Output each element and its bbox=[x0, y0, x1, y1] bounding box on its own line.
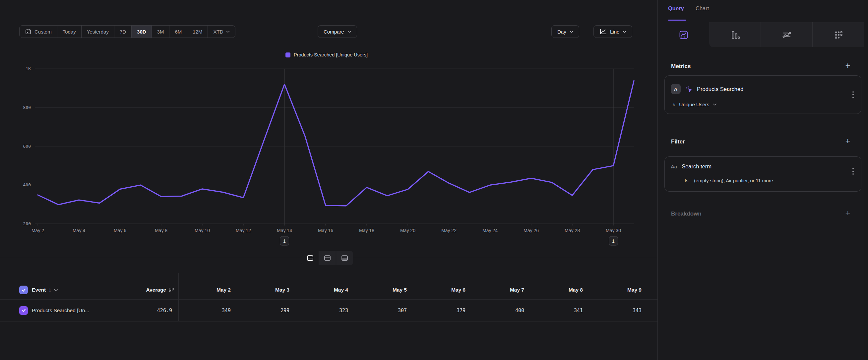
average-column-header[interactable]: Average bbox=[146, 287, 166, 293]
date-column-header[interactable]: May 9 bbox=[591, 281, 650, 299]
kebab-menu-icon[interactable] bbox=[852, 168, 854, 175]
tab-flows[interactable] bbox=[761, 22, 812, 47]
granularity-button[interactable]: Day bbox=[551, 25, 579, 38]
line-chart-icon bbox=[599, 29, 607, 35]
date-column-header[interactable]: May 6 bbox=[415, 281, 474, 299]
x-axis-tick: May 28 bbox=[565, 228, 580, 233]
x-axis-tick: May 14 bbox=[277, 228, 292, 233]
chevron-down-icon bbox=[54, 289, 58, 291]
x-axis-tick: May 30 bbox=[606, 228, 621, 233]
x-axis-tick: May 4 bbox=[72, 228, 85, 233]
tab-insights[interactable] bbox=[658, 22, 709, 47]
y-axis-tick: 800 bbox=[23, 105, 31, 110]
chart-legend: Products Searched [Unique Users] bbox=[0, 52, 653, 57]
line-chart[interactable]: 1K800600400200May 2May 4May 6May 8May 10… bbox=[0, 63, 653, 254]
compare-label: Compare bbox=[323, 29, 344, 34]
x-axis-tick: May 18 bbox=[359, 228, 374, 233]
date-column-header[interactable]: May 7 bbox=[474, 281, 533, 299]
filter-card[interactable]: Aa Search term Is (empty string), Air pu… bbox=[664, 157, 861, 192]
metric-name[interactable]: Products Searched bbox=[697, 86, 743, 92]
date-column-header[interactable]: May 3 bbox=[239, 281, 298, 299]
range-button-12m[interactable]: 12M bbox=[187, 26, 208, 37]
check-icon bbox=[21, 308, 26, 313]
table-only-view-button[interactable] bbox=[336, 251, 353, 265]
x-axis-tick: May 22 bbox=[441, 228, 457, 233]
tab-retention[interactable] bbox=[812, 22, 864, 47]
x-axis-tick: May 6 bbox=[114, 228, 126, 233]
event-column-header[interactable]: Event 1 bbox=[32, 287, 58, 293]
chart-type-label: Line bbox=[610, 29, 619, 34]
main-area: CustomTodayYesterday7D30D3M6M12MXTD Comp… bbox=[0, 0, 657, 360]
granularity-label: Day bbox=[557, 29, 566, 34]
metric-letter-badge: A bbox=[671, 84, 681, 94]
table-row: Products Searched [Un... 426.9 349299323… bbox=[0, 299, 657, 322]
cell-value: 299 bbox=[239, 300, 298, 321]
range-button-6m[interactable]: 6M bbox=[169, 26, 187, 37]
event-count: 1 bbox=[49, 287, 51, 293]
split-view-button[interactable] bbox=[301, 251, 319, 265]
kebab-menu-icon[interactable] bbox=[852, 91, 854, 98]
date-column-header[interactable]: May 8 bbox=[533, 281, 591, 299]
funnel-tab-icon bbox=[730, 30, 740, 40]
annotation-badge-label: 1 bbox=[612, 239, 615, 244]
sort-icon[interactable] bbox=[168, 287, 174, 293]
chevron-down-icon bbox=[623, 31, 626, 33]
filter-property-name[interactable]: Search term bbox=[682, 163, 712, 170]
metric-card[interactable]: A Products Searched # Unique Users bbox=[664, 75, 861, 114]
range-button-7d[interactable]: 7D bbox=[114, 26, 131, 37]
y-axis-tick: 200 bbox=[23, 221, 31, 226]
flows-tab-icon bbox=[782, 30, 792, 40]
range-button-yesterday[interactable]: Yesterday bbox=[81, 26, 114, 37]
range-button-today[interactable]: Today bbox=[57, 26, 81, 37]
add-filter-button[interactable]: + bbox=[843, 137, 852, 145]
retention-tab-icon bbox=[834, 30, 843, 40]
range-button-30d[interactable]: 30D bbox=[131, 26, 152, 37]
x-axis-tick: May 8 bbox=[155, 228, 167, 233]
select-all-checkbox[interactable] bbox=[19, 286, 28, 294]
legend-label: Products Searched [Unique Users] bbox=[294, 52, 368, 57]
table-header-row: Event 1 Average May 2May 3May 4May 5May … bbox=[0, 281, 657, 299]
compare-button[interactable]: Compare bbox=[318, 25, 357, 38]
chevron-down-icon bbox=[347, 31, 351, 33]
date-column-header[interactable]: May 4 bbox=[298, 281, 357, 299]
row-average-value: 426.9 bbox=[157, 307, 172, 313]
filter-value[interactable]: (empty string), Air purifier, or 11 more bbox=[694, 178, 773, 183]
x-axis-tick: May 12 bbox=[236, 228, 251, 233]
x-axis-tick: May 24 bbox=[483, 228, 498, 233]
measure-selector[interactable]: Unique Users bbox=[679, 102, 709, 107]
y-axis-tick: 1K bbox=[26, 66, 31, 71]
range-button-custom[interactable]: Custom bbox=[20, 26, 57, 37]
y-axis-tick: 600 bbox=[23, 144, 31, 149]
tab-chart[interactable]: Chart bbox=[695, 5, 709, 11]
series-line[interactable] bbox=[38, 81, 634, 206]
scrollbar-gutter[interactable] bbox=[864, 0, 868, 360]
date-column-header[interactable]: May 2 bbox=[181, 281, 239, 299]
add-metric-button[interactable]: + bbox=[843, 61, 852, 70]
cell-value: 379 bbox=[415, 300, 474, 321]
event-icon bbox=[685, 85, 692, 93]
range-button-xtd[interactable]: XTD bbox=[208, 26, 235, 37]
chart-type-button[interactable]: Line bbox=[593, 25, 632, 38]
legend-swatch bbox=[285, 53, 290, 57]
filter-heading: Filter bbox=[671, 138, 685, 145]
chevron-down-icon bbox=[713, 103, 716, 106]
active-tab-underline bbox=[668, 20, 686, 21]
row-event-name[interactable]: Products Searched [Un... bbox=[32, 307, 89, 313]
row-checkbox[interactable] bbox=[19, 306, 28, 315]
x-axis-tick: May 2 bbox=[31, 228, 44, 233]
split-view-icon bbox=[307, 255, 314, 261]
date-column-header[interactable]: May 5 bbox=[357, 281, 415, 299]
tab-funnels[interactable] bbox=[709, 22, 761, 47]
chart-only-view-button[interactable] bbox=[319, 251, 336, 265]
tab-query[interactable]: Query bbox=[668, 5, 684, 11]
calendar-icon bbox=[25, 28, 31, 35]
chevron-down-icon bbox=[226, 31, 230, 33]
table-only-view-icon bbox=[341, 255, 348, 261]
date-range-group: CustomTodayYesterday7D30D3M6M12MXTD bbox=[19, 25, 236, 38]
cell-value: 343 bbox=[591, 300, 650, 321]
range-button-3m[interactable]: 3M bbox=[152, 26, 169, 37]
cell-value: 341 bbox=[533, 300, 591, 321]
breakdown-heading: Breakdown bbox=[671, 211, 702, 217]
filter-operator[interactable]: Is bbox=[685, 178, 688, 183]
add-breakdown-button[interactable]: + bbox=[843, 209, 852, 217]
